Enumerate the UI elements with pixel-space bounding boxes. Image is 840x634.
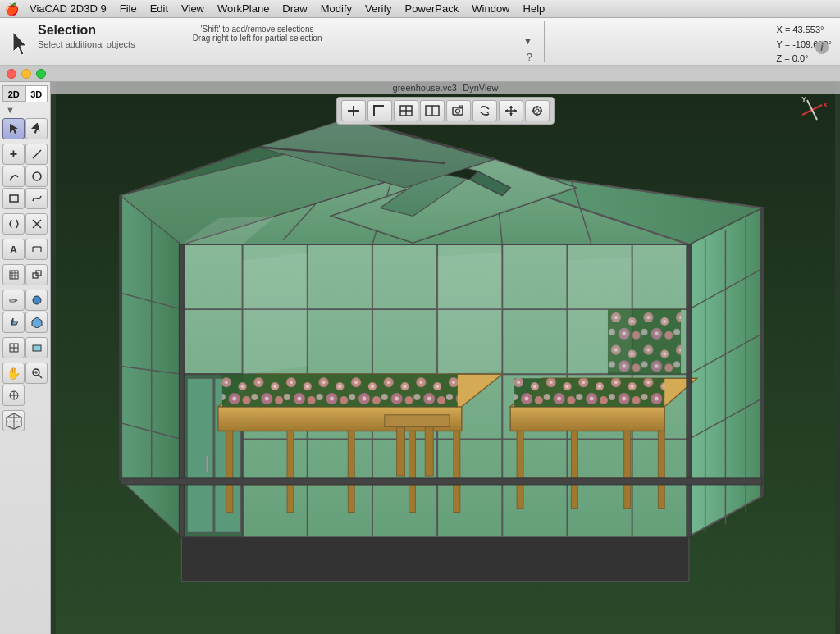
z-coord: Z = 0.0°	[777, 52, 833, 66]
apple-menu[interactable]: 🍎	[3, 2, 20, 16]
hatch-tool[interactable]	[2, 264, 25, 285]
pencil-tool[interactable]: ✏	[2, 290, 25, 311]
viewport-title: greenhouse.vc3--DynView	[51, 82, 840, 94]
sphere-tool-btn[interactable]	[25, 290, 48, 311]
svg-line-62	[802, 110, 812, 115]
bracket-tool[interactable]	[2, 213, 25, 235]
arc-tool[interactable]	[2, 166, 25, 187]
svg-marker-77	[181, 536, 689, 581]
dimension-tool[interactable]	[25, 239, 48, 260]
zoom-tool-btn[interactable]	[25, 363, 48, 384]
menu-view[interactable]: View	[175, 0, 211, 18]
svg-line-63	[807, 100, 812, 110]
block-tool[interactable]	[25, 264, 48, 285]
corner-view-btn[interactable]	[368, 100, 392, 121]
maximize-button[interactable]	[36, 69, 46, 79]
svg-point-45	[456, 109, 460, 113]
pan-view-btn[interactable]	[499, 100, 523, 121]
svg-rect-117	[624, 431, 631, 509]
tool-subtitle: Select additional objects	[38, 39, 135, 49]
x-coord: X = 43.553°	[777, 23, 833, 38]
svg-rect-115	[517, 431, 523, 509]
toolbar: Selection Select additional objects 'Shi…	[0, 18, 840, 66]
spline-tool[interactable]	[25, 188, 48, 209]
hatch-tools	[2, 264, 48, 285]
wire-view-btn[interactable]	[341, 100, 366, 121]
select-arrow-2-tool[interactable]	[25, 118, 48, 139]
solid-tool[interactable]	[25, 312, 48, 333]
menu-viacad[interactable]: ViaCAD 2D3D 9	[23, 0, 113, 18]
trim-tool[interactable]	[25, 213, 48, 235]
extrude-tool[interactable]	[2, 312, 25, 333]
menu-powerpack[interactable]: PowerPack	[399, 0, 466, 18]
orbit-tools	[2, 410, 48, 431]
svg-marker-53	[505, 109, 508, 112]
circle-tool[interactable]	[25, 166, 48, 187]
svg-rect-103	[206, 455, 208, 472]
fit-tool-btn[interactable]	[2, 385, 25, 406]
menubar: 🍎 ViaCAD 2D3D 9 File Edit View WorkPlane…	[0, 0, 840, 18]
svg-rect-159	[121, 478, 762, 485]
text-tool[interactable]: A	[2, 239, 25, 260]
svg-rect-120	[514, 378, 664, 407]
svg-marker-162	[567, 257, 632, 375]
svg-marker-47	[486, 112, 489, 114]
svg-marker-113	[510, 407, 664, 431]
modify-tools	[2, 213, 48, 235]
svg-rect-155	[179, 244, 184, 536]
greenhouse-model	[51, 82, 840, 634]
svg-rect-108	[348, 431, 354, 513]
svg-line-64	[812, 110, 817, 120]
minimize-button[interactable]	[21, 69, 31, 79]
menu-draw[interactable]: Draw	[276, 0, 313, 18]
viewport[interactable]: greenhouse.vc3--DynView	[51, 82, 840, 634]
tool-title: Selection	[38, 23, 135, 38]
mode-chevron[interactable]: ▼	[2, 105, 15, 115]
menu-file[interactable]: File	[113, 0, 144, 18]
close-button[interactable]	[7, 69, 16, 79]
rotate-view-btn[interactable]	[472, 100, 497, 121]
sidebar: 2D 3D ▼ +	[0, 82, 51, 634]
svg-rect-156	[687, 244, 692, 536]
mode-selector[interactable]: 2D 3D	[2, 85, 48, 102]
mode-3d-btn[interactable]: 3D	[25, 85, 48, 102]
info-button[interactable]: i	[815, 41, 829, 54]
select-arrow-tool[interactable]	[2, 118, 25, 139]
svg-point-56	[536, 109, 539, 112]
viewport-toolbar	[336, 97, 555, 125]
surface-tool[interactable]	[25, 337, 48, 358]
svg-rect-11	[10, 271, 18, 279]
camera-btn[interactable]	[446, 100, 471, 121]
svg-rect-101	[187, 378, 213, 532]
menu-verify[interactable]: Verify	[358, 0, 399, 18]
target-view-btn[interactable]	[525, 100, 550, 121]
rect-tool[interactable]	[2, 188, 25, 209]
svg-rect-112	[222, 374, 458, 407]
menu-workplane[interactable]: WorkPlane	[211, 0, 276, 18]
svg-marker-1	[10, 124, 18, 134]
menu-help[interactable]: Help	[517, 0, 552, 18]
menu-edit[interactable]: Edit	[144, 0, 175, 18]
cube-view-tool[interactable]	[2, 410, 25, 431]
plus-tool[interactable]: +	[2, 144, 25, 165]
svg-point-18	[33, 296, 41, 304]
help-question[interactable]: ?	[527, 51, 532, 63]
line-tool[interactable]	[25, 144, 48, 165]
x-coord-value: X = 43.553°	[777, 23, 824, 38]
split-view-btn[interactable]	[420, 100, 445, 121]
more-3d-tools	[2, 337, 48, 358]
menu-window[interactable]: Window	[465, 0, 516, 18]
hint1-text: 'Shift' to add/remove selections	[201, 25, 314, 34]
mode-2d-btn[interactable]: 2D	[2, 85, 25, 102]
menu-modify[interactable]: Modify	[314, 0, 358, 18]
svg-text:X: X	[823, 101, 828, 109]
pan-tool-btn[interactable]: ✋	[2, 363, 25, 384]
toolbar-separator	[544, 21, 545, 62]
svg-marker-21	[32, 317, 42, 328]
grid-view-btn[interactable]	[394, 100, 418, 121]
svg-point-4	[33, 172, 41, 180]
dropdown-arrow[interactable]: ▼	[523, 36, 532, 46]
loft-tool[interactable]	[2, 337, 25, 358]
svg-rect-110	[454, 431, 460, 513]
toolbar-info: Selection Select additional objects	[38, 21, 135, 49]
